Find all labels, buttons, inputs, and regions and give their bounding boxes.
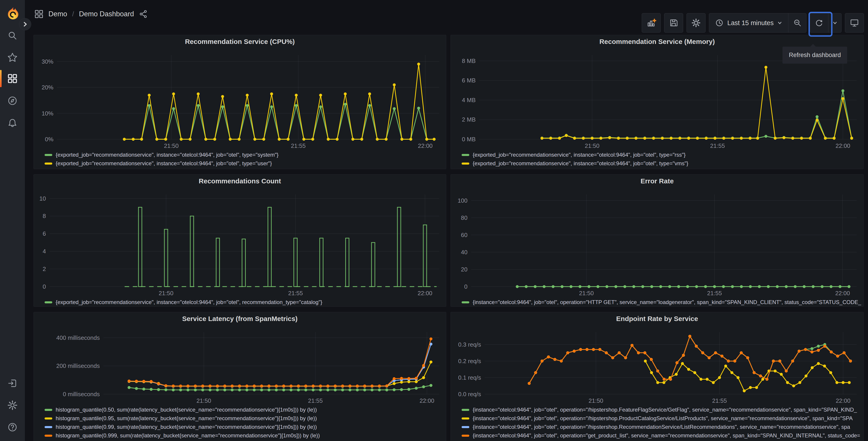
y-axis-tick: 0 (464, 283, 467, 290)
legend-item[interactable]: {instance="otelcol:9464", job="otel", op… (462, 423, 861, 431)
legend-item[interactable]: {instance="otelcol:9464", job="otel", op… (462, 431, 861, 440)
panel-title[interactable]: Recommendations Count (34, 175, 446, 188)
data-point (740, 285, 743, 288)
data-point (696, 137, 699, 140)
data-point (849, 359, 852, 362)
legend-label: histogram_quantile(0.50, sum(rate(latenc… (56, 407, 317, 413)
sidebar-item-starred[interactable] (0, 48, 25, 67)
legend-item[interactable]: {exported_job="recommendationservice", i… (44, 151, 444, 159)
legend-item[interactable]: {instance="otelcol:9464", job="otel", op… (462, 298, 861, 306)
refresh-interval-dropdown[interactable] (828, 13, 841, 32)
legend-swatch (44, 154, 52, 156)
error-rate-chart[interactable]: 02040608010021:5021:5522:00 (453, 188, 862, 297)
save-dashboard-button[interactable] (664, 13, 683, 33)
sidebar-item-alerting[interactable] (0, 113, 25, 133)
legend-item[interactable]: histogram_quantile(0.999, sum(rate(laten… (44, 431, 444, 440)
legend-item[interactable]: {exported_job="recommendationservice", i… (462, 151, 861, 159)
x-axis-tick: 21:55 (710, 142, 725, 149)
sidebar-item-dashboards[interactable] (0, 68, 25, 89)
service-latency-chart[interactable]: 0 milliseconds200 milliseconds400 millis… (35, 325, 444, 405)
series-line-get-product-list (529, 336, 850, 383)
recommendations-count-chart[interactable]: 024681021:5021:5522:00 (35, 188, 444, 297)
data-point (209, 384, 212, 387)
legend-item[interactable]: histogram_quantile(0.50, sum(rate(latenc… (44, 406, 444, 414)
legend-item[interactable]: histogram_quantile(0.95, sum(rate(latenc… (44, 414, 444, 423)
legend-item[interactable]: histogram_quantile(0.99, sum(rate(latenc… (44, 423, 444, 431)
legend-item[interactable]: {exported_job="recommendationservice", i… (44, 159, 444, 168)
data-point (756, 137, 759, 140)
legend-swatch (462, 301, 469, 303)
panel-title[interactable]: Service Latency (from SpanMetrics) (34, 312, 446, 325)
breadcrumb-section[interactable]: Demo (49, 10, 67, 18)
x-axis-tick: 21:50 (164, 142, 179, 149)
y-axis-tick: 6 (43, 230, 46, 237)
legend-item[interactable]: {instance="otelcol:9464", job="otel", op… (462, 414, 861, 423)
y-axis-tick: 2 MB (462, 116, 476, 123)
sidebar-expand-button[interactable] (19, 18, 31, 30)
data-point (186, 384, 189, 387)
data-point (712, 381, 715, 384)
panel-title[interactable]: Recommendation Service (CPU%) (34, 35, 446, 48)
cycle-view-mode-button[interactable] (845, 13, 864, 33)
data-point (656, 370, 659, 373)
data-point (688, 335, 691, 338)
panel-title[interactable]: Error Rate (451, 175, 864, 188)
x-axis-tick: 21:55 (291, 142, 306, 149)
legend-item[interactable]: {instance="otelcol:9464", job="otel", op… (462, 406, 861, 414)
data-point (582, 137, 585, 140)
dashboard-toolbar: Last 15 minutes (642, 13, 864, 33)
y-axis-tick: 4 MB (462, 97, 476, 104)
data-point (229, 138, 232, 141)
dashboard-settings-button[interactable] (686, 13, 706, 33)
sidebar-item-sign-in[interactable] (0, 373, 25, 393)
data-point (634, 137, 638, 140)
refresh-dashboard-button[interactable] (810, 13, 828, 32)
data-point (270, 105, 273, 108)
data-point (371, 384, 374, 387)
data-point (400, 388, 403, 391)
data-point (560, 285, 563, 288)
data-point (650, 358, 653, 361)
legend-label: {instance="otelcol:9464", job="otel", op… (473, 415, 852, 421)
data-point (650, 285, 653, 288)
data-point (172, 92, 175, 95)
data-point (540, 137, 544, 140)
sidebar-item-help[interactable] (0, 417, 25, 437)
sidebar-item-explore[interactable] (0, 91, 25, 111)
breadcrumb-page-title[interactable]: Demo Dashboard (79, 10, 134, 18)
panel-title[interactable]: Endpoint Rate by Service (451, 312, 864, 325)
top-bar: Demo / Demo Dashboard (25, 0, 868, 34)
legend-swatch (462, 163, 469, 165)
panel-title[interactable]: Recommendation Service (Memory) (451, 35, 864, 48)
series-line-type-rss (542, 91, 852, 138)
endpoint-rate-chart[interactable]: 0.0 req/s0.1 req/s0.2 req/s0.3 req/s21:5… (453, 325, 862, 405)
data-point (401, 138, 403, 141)
breadcrumb: Demo / Demo Dashboard (34, 0, 148, 28)
data-point (841, 89, 844, 92)
legend: {exported_job="recommendationservice", i… (451, 150, 864, 168)
zoom-out-time-button[interactable] (788, 13, 806, 32)
data-point (782, 136, 785, 139)
data-point (848, 381, 851, 384)
data-point (713, 285, 716, 288)
data-point (216, 388, 219, 391)
data-point (385, 384, 388, 387)
legend-item[interactable]: {exported_job="recommendationservice", i… (462, 159, 861, 168)
data-point (812, 285, 815, 288)
time-range-picker[interactable]: Last 15 minutes (709, 13, 788, 32)
data-point (566, 351, 569, 354)
share-icon[interactable] (139, 10, 148, 18)
legend-label: {instance="otelcol:9464", job="otel", op… (473, 407, 857, 413)
dashboards-grid-icon (7, 74, 18, 84)
legend-item[interactable]: {exported_job="recommendationservice", i… (44, 298, 444, 306)
data-point (385, 388, 388, 391)
add-panel-button[interactable] (642, 13, 661, 33)
data-point (586, 348, 589, 351)
sidebar-item-configuration[interactable] (0, 395, 25, 415)
data-point (587, 285, 590, 288)
data-point (573, 137, 576, 140)
cpu-chart[interactable]: 0%10%20%30%21:5021:5522:00 (35, 48, 444, 150)
data-point (746, 356, 749, 359)
grafana-logo[interactable] (6, 7, 20, 20)
data-point (767, 285, 770, 288)
